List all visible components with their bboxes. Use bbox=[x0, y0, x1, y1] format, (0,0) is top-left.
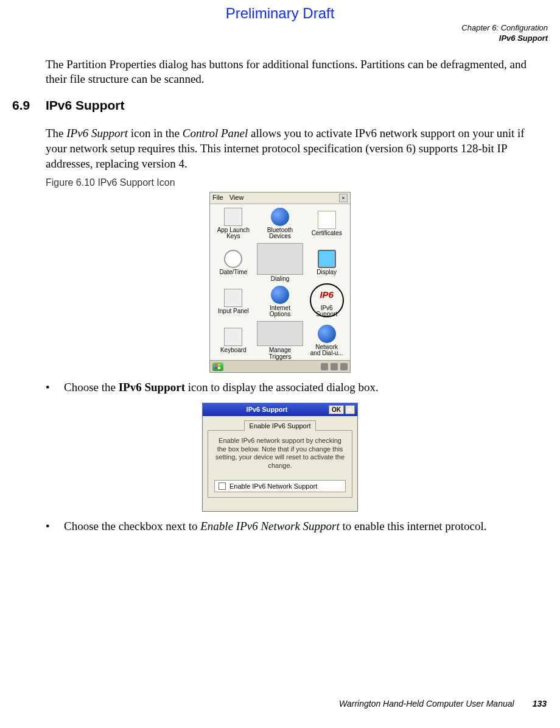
footer-page-number: 133 bbox=[533, 699, 547, 709]
dialog-description: Enable IPv6 network support by checking … bbox=[214, 437, 346, 470]
p2c: icon in the bbox=[128, 127, 183, 140]
header-chapter: Chapter 6: Configuration bbox=[12, 23, 548, 34]
taskbar bbox=[210, 360, 350, 372]
cp-label: App LaunchKeys bbox=[217, 227, 250, 240]
page-header: Chapter 6: Configuration IPv6 Support bbox=[12, 23, 548, 44]
cp-label: InternetOptions bbox=[270, 305, 290, 318]
tab-enable-ipv6[interactable]: Enable IPv6 Support bbox=[244, 420, 317, 431]
b1a: Choose the bbox=[64, 381, 119, 394]
display-icon bbox=[318, 250, 336, 268]
cp-item-datetime[interactable]: Date/Time bbox=[210, 243, 257, 282]
keyboard-icon bbox=[224, 289, 242, 307]
b1c: icon to display the associated dialog bo… bbox=[185, 381, 379, 394]
figure-caption: Figure 6.10 IPv6 Support Icon bbox=[46, 177, 548, 188]
dialog-titlebar: IPv6 Support OK × bbox=[203, 403, 357, 416]
close-icon[interactable]: × bbox=[345, 405, 355, 414]
cp-label: IPv6Support bbox=[316, 305, 337, 318]
cp-label: Keyboard bbox=[220, 347, 247, 354]
certificate-icon bbox=[318, 211, 336, 229]
b2b: Enable IPv6 Network Support bbox=[200, 520, 340, 532]
dialog-title-text: IPv6 Support bbox=[205, 406, 329, 413]
network-icon bbox=[318, 325, 336, 343]
keys-icon bbox=[224, 208, 242, 226]
menu-file[interactable]: File bbox=[212, 194, 223, 202]
cp-label: Networkand Dial-u... bbox=[310, 344, 343, 357]
p2a: The bbox=[46, 127, 66, 140]
ipv6-icon: IP6 bbox=[318, 286, 336, 304]
header-section: IPv6 Support bbox=[12, 34, 548, 44]
svg-rect-3 bbox=[218, 367, 220, 369]
control-panel-window: File View × App LaunchKeys BluetoothDevi… bbox=[209, 192, 351, 373]
section-heading: 6.9 IPv6 Support bbox=[12, 98, 548, 113]
cp-label: ManageTriggers bbox=[269, 347, 291, 360]
bluetooth-icon bbox=[271, 208, 289, 226]
section-paragraph: The IPv6 Support icon in the Control Pan… bbox=[46, 126, 548, 171]
tray-icon[interactable] bbox=[331, 363, 338, 370]
p2d: Control Panel bbox=[183, 127, 248, 140]
instruction-bullet-1: • Choose the IPv6 Support icon to displa… bbox=[46, 380, 548, 395]
cp-item-internet-options[interactable]: InternetOptions bbox=[257, 282, 304, 321]
instruction-bullet-2: • Choose the checkbox next to Enable IPv… bbox=[46, 519, 548, 534]
cp-item-certificates[interactable]: Certificates bbox=[303, 204, 350, 243]
section-number: 6.9 bbox=[12, 98, 46, 113]
section-title: IPv6 Support bbox=[46, 98, 125, 113]
cp-item-bluetooth[interactable]: BluetoothDevices bbox=[257, 204, 304, 243]
cp-label: Certificates bbox=[312, 230, 342, 237]
cp-label: Date/Time bbox=[219, 269, 247, 276]
ipv6-support-dialog: IPv6 Support OK × Enable IPv6 Support En… bbox=[202, 403, 358, 512]
control-panel-menubar: File View × bbox=[210, 193, 350, 204]
b1b: IPv6 Support bbox=[119, 381, 185, 394]
p2b: IPv6 Support bbox=[66, 127, 128, 140]
cp-item-manage-triggers[interactable]: ManageTriggers bbox=[257, 321, 304, 360]
start-button[interactable] bbox=[212, 362, 223, 371]
cp-item-input-panel[interactable]: Input Panel bbox=[210, 282, 257, 321]
page-footer: Warrington Hand-Held Computer User Manua… bbox=[0, 699, 560, 709]
b2a: Choose the checkbox next to bbox=[64, 520, 200, 532]
dialog-panel: Enable IPv6 network support by checking … bbox=[208, 430, 352, 498]
triggers-icon bbox=[257, 321, 304, 346]
cp-label: Dialing bbox=[271, 276, 290, 283]
intro-paragraph: The Partition Properties dialog has butt… bbox=[46, 57, 548, 87]
cp-item-dialing[interactable]: Dialing bbox=[257, 243, 304, 282]
cp-item-keyboard[interactable]: Keyboard bbox=[210, 321, 257, 360]
ipv6-icon-text: IP6 bbox=[318, 286, 336, 304]
checkbox-icon[interactable] bbox=[219, 482, 226, 490]
tray-icon[interactable] bbox=[340, 363, 348, 370]
cp-label: Display bbox=[317, 269, 337, 276]
keyboard-icon bbox=[224, 328, 242, 346]
bullet-marker: • bbox=[46, 519, 64, 534]
svg-rect-2 bbox=[215, 367, 217, 369]
cp-label: Input Panel bbox=[218, 308, 249, 315]
svg-rect-1 bbox=[218, 364, 220, 366]
cp-item-display[interactable]: Display bbox=[303, 243, 350, 282]
b2c: to enable this internet protocol. bbox=[340, 520, 487, 532]
checkbox-label: Enable IPv6 Network Support bbox=[229, 482, 317, 490]
ok-button[interactable]: OK bbox=[329, 405, 344, 414]
cp-label: BluetoothDevices bbox=[267, 227, 293, 240]
cp-item-ipv6-support[interactable]: IP6 IPv6Support bbox=[303, 282, 350, 321]
tray-icon[interactable] bbox=[321, 363, 328, 370]
enable-ipv6-checkbox-row[interactable]: Enable IPv6 Network Support bbox=[214, 480, 346, 492]
svg-rect-0 bbox=[215, 364, 217, 366]
close-icon[interactable]: × bbox=[339, 194, 348, 202]
cp-item-app-launch-keys[interactable]: App LaunchKeys bbox=[210, 204, 257, 243]
preliminary-draft-banner: Preliminary Draft bbox=[12, 5, 548, 22]
cp-item-network[interactable]: Networkand Dial-u... bbox=[303, 321, 350, 360]
globe-icon bbox=[271, 286, 289, 304]
menu-view[interactable]: View bbox=[229, 194, 244, 202]
footer-manual-title: Warrington Hand-Held Computer User Manua… bbox=[339, 699, 514, 709]
phone-icon bbox=[257, 243, 304, 275]
bullet-marker: • bbox=[46, 380, 64, 395]
clock-icon bbox=[224, 250, 242, 268]
windows-icon bbox=[215, 364, 221, 370]
